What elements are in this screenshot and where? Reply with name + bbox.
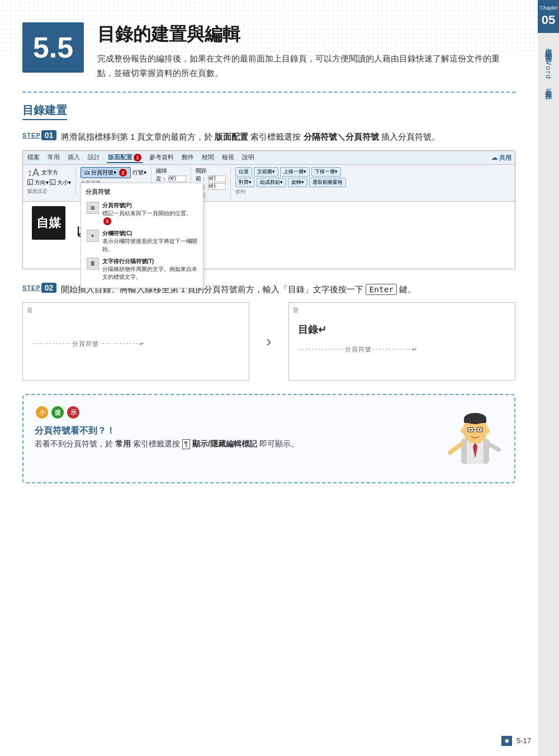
ribbon-body: ↕A 文字方 🄻 方向▾ 🄻 大小▾ 版面設定 🗂 xyxy=(23,165,515,202)
text-wrap-break-option[interactable]: ≣ 文字排行分隔符號(T) 分隔條狀物件周圍的文字。例如來自本文的標號文字。 xyxy=(86,255,198,283)
line-numbers-btn[interactable]: 行號▾ xyxy=(132,169,146,177)
share-button[interactable]: ☁ 共用 xyxy=(491,154,511,162)
tip-icon-symbol: ¶ xyxy=(182,439,190,449)
tab-help[interactable]: 說明 xyxy=(241,153,255,163)
tab-layout[interactable]: 版面配置1 xyxy=(107,153,143,163)
svg-point-9 xyxy=(479,429,481,431)
tip-highlight-2: 顯示/隱藏編輯標記 xyxy=(192,439,257,448)
tip-badge-ti: 提 xyxy=(50,405,65,420)
right-page-title: 目錄↵ xyxy=(298,323,506,336)
tab-mailing[interactable]: 郵件 xyxy=(181,153,195,163)
right-sidebar: Chapter 05 主題式研究報告／Word 長文件製作 xyxy=(538,0,559,756)
auto-media-area: 自媒 xyxy=(32,206,65,240)
tip-icon-area xyxy=(442,405,503,472)
spacing-before-input[interactable] xyxy=(208,175,226,182)
indent-left-row: 左： xyxy=(156,175,186,183)
character-illustration xyxy=(447,405,503,472)
right-page-preview: 目錄↵ ‥‥‥‥‥‥‥分頁符號‥‥‥‥‥‥↵ xyxy=(288,302,515,381)
selection-pane-btn[interactable]: 選取範圍窗格 xyxy=(309,178,346,187)
section-header: 5.5 目錄的建置與編輯 完成整份報告的編排後，如果在文件的最前面加上目錄頁，可… xyxy=(22,22,515,80)
text-wrap-icon: ≣ xyxy=(87,258,99,270)
tab-references[interactable]: 參考資料 xyxy=(148,153,175,163)
tab-review[interactable]: 校閱 xyxy=(201,153,215,163)
step-01-block: STEP 01 將滑鼠指標移到第 1 頁文章的最前方，於 版面配置 索引標籤選按… xyxy=(22,130,515,269)
step-01-header: STEP 01 將滑鼠指標移到第 1 頁文章的最前方，於 版面配置 索引標籤選按… xyxy=(22,130,515,144)
breaks-dropdown-popup: 分頁符號 ⊞ 分頁符號(P) 標記一頁結束與下一頁開始的位置。3 ≡ xyxy=(80,183,203,288)
tip-highlight-1: 常用 xyxy=(115,439,131,448)
send-back-btn[interactable]: 下移一層▾ xyxy=(311,167,341,177)
align-btn[interactable]: 對齊▾ xyxy=(235,178,255,187)
position-btn[interactable]: 位置 xyxy=(235,167,252,177)
group-label-arrange: 排列 xyxy=(235,188,346,196)
column-break-option[interactable]: ≡ 分欄符號(C) 表示分欄符號後面的文字將從下一欄開始。 xyxy=(86,227,198,255)
left-page-preview: ‥‥‥‥‥‥分頁符號‥‥‥‥‥‥↵ xyxy=(22,302,249,381)
popup-title: 分頁符號 xyxy=(86,188,198,196)
tab-design[interactable]: 設計 xyxy=(87,153,101,163)
ribbon-text-row1: ↕A 文字方 xyxy=(27,167,58,179)
svg-point-17 xyxy=(485,428,490,434)
step-01-prefix: STEP xyxy=(22,132,41,139)
indent-left-input[interactable] xyxy=(168,175,186,182)
tip-box: 小 提 示 分頁符號看不到？！ 若看不到分頁符號，於 常用 索引標籤選按 ¶ 顯… xyxy=(22,394,515,483)
word-ui-screenshot: 檔案 常用 插入 設計 版面配置1 參考資料 郵件 校閱 檢視 說明 ☁ 共用 xyxy=(22,150,515,269)
section-title: 目錄的建置與編輯 xyxy=(97,22,515,47)
size-btn[interactable]: 🄻 大小▾ xyxy=(50,179,71,187)
svg-point-13 xyxy=(474,432,476,434)
svg-rect-5 xyxy=(464,419,486,423)
column-break-icon: ≡ xyxy=(87,230,99,242)
group-btn[interactable]: 組成群組▾ xyxy=(257,178,286,187)
wrap-text-btn[interactable]: 文繞圖▾ xyxy=(254,167,278,177)
text-wrap-title: 文字排行分隔符號(T) xyxy=(102,258,197,265)
text-wrap-text: 文字排行分隔符號(T) 分隔條狀物件周圍的文字。例如來自本文的標號文字。 xyxy=(102,258,197,281)
tab-home[interactable]: 常用 xyxy=(46,153,61,163)
footer-page-box: ■ xyxy=(501,736,512,746)
section-title-area: 目錄的建置與編輯 完成整份報告的編排後，如果在文件的最前面加上目錄頁，可以方便閱… xyxy=(97,22,515,80)
page-break-desc: 標記一頁結束與下一頁開始的位置。3 xyxy=(102,210,197,225)
dashed-separator xyxy=(22,92,515,93)
ribbon-text-row2: 🄻 方向▾ 🄻 大小▾ xyxy=(27,179,71,187)
badge-2: 2 xyxy=(119,169,127,177)
breaks-row: 🗂 分頁符號▾ 2 行號▾ xyxy=(80,167,147,178)
svg-point-8 xyxy=(470,429,472,431)
spacing-label: 間距 xyxy=(196,167,226,175)
right-dashed-line: ‥‥‥‥‥‥‥分頁符號‥‥‥‥‥‥↵ xyxy=(298,345,506,354)
indent-left: 縮排 xyxy=(156,167,186,175)
auto-media-box: 自媒 xyxy=(32,206,65,240)
left-dashed-line: ‥‥‥‥‥‥分頁符號‥‥‥‥‥‥↵ xyxy=(32,340,240,348)
bring-forward-btn[interactable]: 上移一層▾ xyxy=(280,167,310,177)
margins-btn[interactable]: 🄻 方向▾ xyxy=(27,179,49,187)
main-content: 5.5 目錄的建置與編輯 完成整份報告的編排後，如果在文件的最前面加上目錄頁，可… xyxy=(0,0,538,756)
ribbon-group-breaks: 🗂 分頁符號▾ 2 行號▾ 分頁符號 分頁符號 ⊞ 分頁符號(P) xyxy=(80,167,152,187)
tab-insert[interactable]: 插入 xyxy=(67,153,81,163)
badge-1: 1 xyxy=(134,154,141,161)
tip-body: 若看不到分頁符號，於 常用 索引標籤選按 ¶ 顯示/隱藏編輯標記 即可顯示。 xyxy=(35,437,442,451)
ribbon-group-arrange: 位置 文繞圖▾ 上移一層▾ 下移一層▾ 對齊▾ 組成群組▾ 旋轉▾ 選取範圍窗格… xyxy=(235,167,346,196)
arrange-buttons2: 對齊▾ 組成群組▾ 旋轉▾ 選取範圍窗格 xyxy=(235,178,346,187)
page-break-title: 分頁符號(P) xyxy=(102,202,197,210)
badge-3: 3 xyxy=(103,217,111,225)
step-01-label: STEP 01 xyxy=(22,130,56,140)
page-break-option[interactable]: ⊞ 分頁符號(P) 標記一頁結束與下一頁開始的位置。3 xyxy=(86,199,198,227)
section-number: 5.5 xyxy=(22,22,84,73)
page-arrow: › xyxy=(260,302,277,381)
sub-section-title: 目錄建置 xyxy=(22,103,67,120)
page-marker-right xyxy=(293,307,298,313)
svg-line-14 xyxy=(450,444,461,453)
chapter-number: 05 xyxy=(540,12,557,29)
page-footer: ■ 5-17 xyxy=(501,736,531,746)
ribbon-group-text: ↕A 文字方 🄻 方向▾ 🄻 大小▾ 版面設定 xyxy=(27,167,76,195)
column-break-title: 分欄符號(C) xyxy=(102,230,197,237)
step-02-number: 02 xyxy=(41,283,57,293)
step-02-prefix: STEP xyxy=(22,284,41,291)
tab-view[interactable]: 檢視 xyxy=(221,153,235,163)
breaks-button[interactable]: 🗂 分頁符號▾ 2 xyxy=(80,167,131,178)
spacing-after-input[interactable] xyxy=(208,183,226,190)
tip-badge: 小 提 示 xyxy=(35,405,80,420)
step-01-number: 01 xyxy=(41,130,57,140)
rotate-btn[interactable]: 旋轉▾ xyxy=(288,178,307,187)
group-label-pagesetup: 版面設定 xyxy=(27,188,48,195)
text-wrap-desc: 分隔條狀物件周圍的文字。例如來自本文的標號文字。 xyxy=(102,265,197,281)
tab-file[interactable]: 檔案 xyxy=(26,153,41,163)
column-break-desc: 表示分欄符號後面的文字將從下一欄開始。 xyxy=(102,237,197,253)
enter-key: Enter xyxy=(366,284,397,295)
